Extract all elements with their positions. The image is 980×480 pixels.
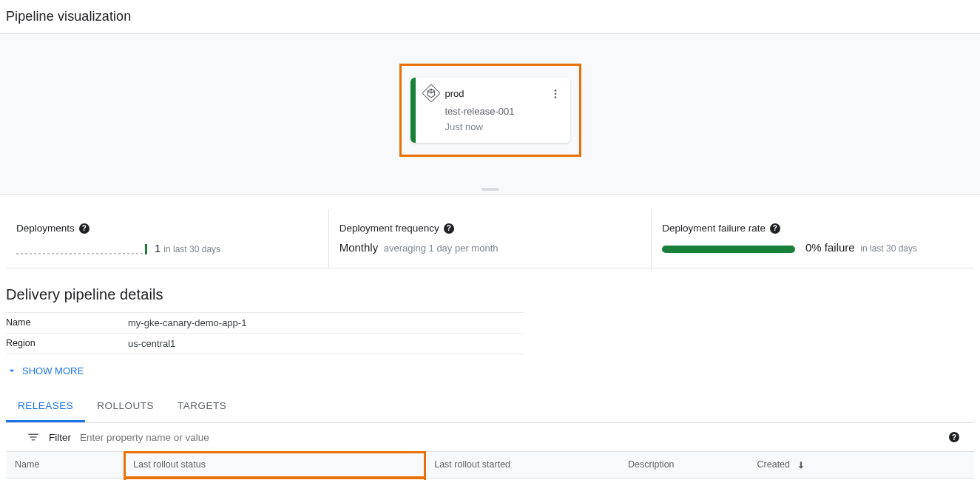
stat-deployments: Deployments ? 1 in last 30 days bbox=[6, 209, 328, 268]
help-icon[interactable]: ? bbox=[79, 223, 89, 234]
stats-row: Deployments ? 1 in last 30 days Deployme… bbox=[6, 209, 974, 268]
target-time: Just now bbox=[445, 121, 563, 132]
svg-point-2 bbox=[554, 96, 556, 98]
filter-label: Filter bbox=[49, 432, 71, 443]
stat-deployments-label: Deployments bbox=[16, 223, 75, 234]
kv-val: my-gke-canary-demo-app-1 bbox=[128, 313, 246, 333]
failure-bar bbox=[662, 246, 795, 253]
show-more-button[interactable]: SHOW MORE bbox=[0, 354, 980, 387]
filter-input[interactable] bbox=[80, 432, 940, 443]
highlight-annotation: prod test-release-001 Just now bbox=[399, 64, 581, 157]
help-icon[interactable]: ? bbox=[444, 223, 454, 234]
releases-table: Name Last rollout status Last rollout st… bbox=[6, 452, 974, 480]
filter-icon bbox=[27, 430, 40, 444]
deployments-period: in last 30 days bbox=[163, 244, 220, 254]
tabs: RELEASESROLLOUTSTARGETS bbox=[6, 391, 974, 423]
more-vert-icon[interactable] bbox=[547, 85, 564, 103]
col-started[interactable]: Last rollout started bbox=[425, 452, 619, 478]
target-release: test-release-001 bbox=[445, 106, 563, 117]
sort-desc-icon bbox=[796, 460, 806, 470]
details-kv-table: Namemy-gke-canary-demo-app-1Regionus-cen… bbox=[6, 312, 524, 354]
stat-failure-label: Deployment failure rate bbox=[662, 223, 766, 234]
visualization-area: prod test-release-001 Just now bbox=[0, 33, 980, 195]
target-name: prod bbox=[445, 88, 464, 99]
filter-row: Filter ? bbox=[6, 423, 974, 452]
details-title: Delivery pipeline details bbox=[0, 268, 980, 312]
frequency-main: Monthly bbox=[339, 241, 379, 254]
kv-key: Name bbox=[6, 313, 128, 333]
frequency-sub: averaging 1 day per month bbox=[384, 243, 499, 254]
kv-row: Regionus-central1 bbox=[6, 334, 524, 354]
svg-point-1 bbox=[554, 93, 556, 95]
resize-handle[interactable] bbox=[481, 188, 499, 191]
deployments-count: 1 bbox=[155, 242, 160, 254]
tab-targets[interactable]: TARGETS bbox=[166, 391, 238, 422]
tab-releases[interactable]: RELEASES bbox=[6, 391, 85, 422]
svg-point-0 bbox=[554, 89, 556, 92]
col-status[interactable]: Last rollout status bbox=[124, 452, 425, 478]
kv-row: Namemy-gke-canary-demo-app-1 bbox=[6, 313, 524, 334]
target-card-prod[interactable]: prod test-release-001 Just now bbox=[410, 78, 570, 143]
kv-key: Region bbox=[6, 334, 128, 354]
col-name[interactable]: Name bbox=[6, 452, 124, 478]
failure-pct: 0% failure bbox=[805, 241, 855, 254]
stat-frequency-label: Deployment frequency bbox=[339, 223, 439, 234]
visualization-title: Pipeline visualization bbox=[0, 0, 980, 33]
deployments-sparkline bbox=[16, 241, 147, 254]
gke-icon bbox=[422, 84, 440, 102]
stat-failure: Deployment failure rate ? 0% failure in … bbox=[651, 209, 974, 268]
stat-frequency: Deployment frequency ? Monthly averaging… bbox=[328, 209, 652, 268]
help-icon[interactable]: ? bbox=[949, 432, 959, 442]
col-created[interactable]: Created bbox=[748, 452, 921, 478]
col-description[interactable]: Description bbox=[619, 452, 748, 478]
kv-val: us-central1 bbox=[128, 334, 175, 354]
show-more-label: SHOW MORE bbox=[22, 365, 84, 376]
tab-rollouts[interactable]: ROLLOUTS bbox=[85, 391, 166, 422]
help-icon[interactable]: ? bbox=[770, 223, 780, 234]
failure-period: in last 30 days bbox=[860, 243, 917, 254]
col-actions bbox=[920, 452, 974, 478]
